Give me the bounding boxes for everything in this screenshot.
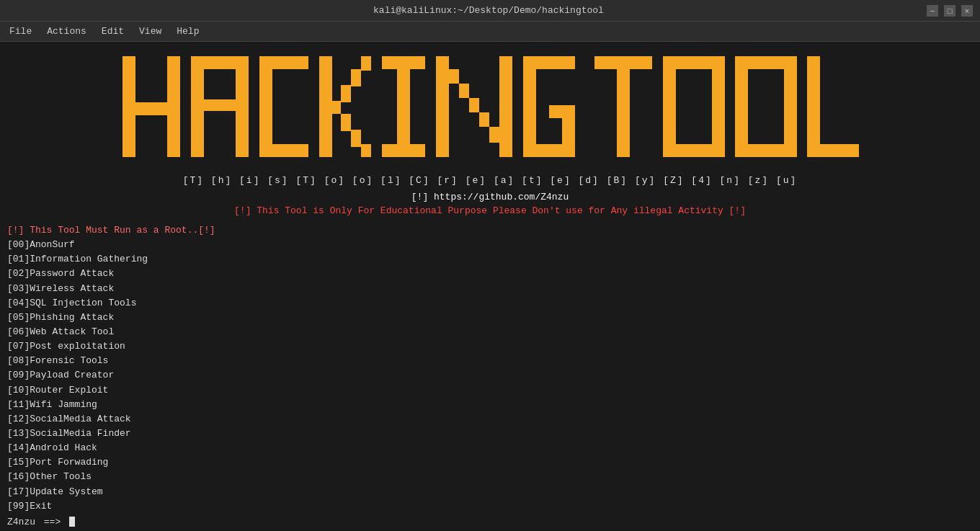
menu-file[interactable]: File [4, 24, 37, 39]
svg-rect-6 [204, 99, 236, 111]
banner: .px { fill: #f5a623; } [7, 49, 973, 171]
menu-item[interactable]: [00]AnonSurf [7, 238, 973, 252]
menu-items: [00]AnonSurf[01]Information Gathering[02… [7, 238, 973, 514]
svg-rect-30 [536, 144, 575, 157]
github-line: [!] https://github.com/Z4nzu [7, 192, 973, 202]
prompt-arrow: ==> [38, 517, 66, 527]
subtitle-line: [T] [h] [i] [s] [T] [o] [o] [l] [C] [r] … [7, 175, 973, 186]
svg-rect-15 [341, 114, 351, 131]
svg-rect-12 [341, 85, 351, 102]
menu-item[interactable]: [10]Router Exploit [7, 383, 973, 398]
svg-rect-21 [436, 56, 449, 157]
root-warning: [!] This Tool Must Run as a Root..[!] [7, 223, 973, 238]
menu-item[interactable]: [03]Wireless Attack [7, 282, 973, 296]
window-controls: − □ × [927, 5, 973, 17]
menu-edit[interactable]: Edit [96, 24, 130, 39]
svg-rect-26 [489, 127, 499, 143]
prompt-username: Z4nzu [7, 517, 35, 527]
svg-rect-27 [499, 56, 512, 157]
menu-item[interactable]: [17]Update System [7, 485, 973, 499]
svg-rect-41 [748, 144, 784, 157]
menu-item[interactable]: [04]SQL Injection Tools [7, 296, 973, 311]
menu-view[interactable]: View [133, 24, 167, 39]
svg-rect-11 [332, 101, 341, 114]
svg-rect-23 [459, 84, 469, 98]
svg-rect-7 [259, 56, 272, 157]
svg-rect-18 [382, 56, 425, 69]
svg-rect-17 [361, 144, 371, 157]
menu-item[interactable]: [08]Forensic Tools [7, 354, 973, 368]
window-title: kali@kaliLinux:~/Desktop/Demo/hackingtoo… [50, 5, 927, 16]
svg-rect-39 [735, 56, 748, 157]
menu-help[interactable]: Help [171, 24, 205, 39]
menu-item[interactable]: [01]Information Gathering [7, 252, 973, 267]
svg-rect-44 [820, 144, 859, 157]
svg-rect-33 [594, 56, 652, 69]
svg-rect-36 [676, 56, 712, 69]
svg-rect-20 [397, 69, 410, 144]
menu-item[interactable]: [14]Android Hack [7, 441, 973, 455]
title-bar: kali@kaliLinux:~/Desktop/Demo/hackingtoo… [0, 0, 980, 22]
menu-item[interactable]: [12]SocialMedia Attack [7, 412, 973, 427]
svg-rect-19 [382, 144, 425, 157]
svg-rect-8 [272, 56, 308, 69]
svg-rect-16 [351, 130, 361, 147]
prompt-line: Z4nzu ==> [7, 517, 973, 527]
svg-rect-24 [469, 98, 479, 112]
svg-rect-3 [191, 56, 204, 157]
svg-rect-43 [807, 56, 820, 157]
close-button[interactable]: × [961, 5, 973, 17]
svg-rect-9 [272, 144, 308, 157]
menu-item[interactable]: [09]Payload Creator [7, 368, 973, 383]
svg-rect-28 [523, 56, 536, 157]
maximize-button[interactable]: □ [944, 5, 956, 17]
svg-rect-40 [748, 56, 784, 69]
menu-actions[interactable]: Actions [41, 24, 92, 39]
svg-rect-1 [135, 102, 167, 115]
svg-rect-29 [536, 56, 575, 69]
svg-rect-22 [449, 69, 459, 84]
svg-rect-34 [617, 69, 630, 157]
cursor [69, 517, 75, 527]
menu-bar: File Actions Edit View Help [0, 22, 980, 42]
hacking-tool-svg: .px { fill: #f5a623; } [115, 49, 865, 171]
menu-list: [!] This Tool Must Run as a Root..[!] [0… [7, 223, 973, 514]
minimize-button[interactable]: − [927, 5, 938, 17]
menu-item[interactable]: [02]Password Attack [7, 267, 973, 281]
menu-item[interactable]: [11]Wifi Jamming [7, 398, 973, 412]
svg-rect-38 [712, 56, 725, 157]
menu-item[interactable]: [07]Post exploitation [7, 339, 973, 354]
svg-rect-25 [479, 112, 489, 127]
menu-item[interactable]: [06]Web Attack Tool [7, 325, 973, 339]
svg-rect-5 [236, 56, 249, 157]
menu-item[interactable]: [99]Exit [7, 499, 973, 514]
svg-rect-14 [361, 56, 371, 71]
terminal: .px { fill: #f5a623; } [0, 42, 980, 531]
warning-line: [!] This Tool is Only For Educational Pu… [7, 205, 973, 216]
svg-rect-32 [549, 105, 562, 118]
menu-item[interactable]: [05]Phishing Attack [7, 311, 973, 325]
svg-rect-37 [676, 144, 712, 157]
svg-rect-35 [663, 56, 676, 157]
svg-rect-42 [784, 56, 797, 157]
svg-rect-2 [167, 56, 180, 157]
svg-rect-13 [351, 69, 361, 86]
menu-item[interactable]: [16]Other Tools [7, 470, 973, 484]
svg-rect-0 [122, 56, 135, 157]
svg-rect-31 [562, 105, 575, 144]
menu-item[interactable]: [13]SocialMedia Finder [7, 427, 973, 441]
svg-rect-10 [319, 56, 332, 157]
menu-item[interactable]: [15]Port Forwading [7, 455, 973, 470]
svg-rect-4 [204, 56, 236, 69]
